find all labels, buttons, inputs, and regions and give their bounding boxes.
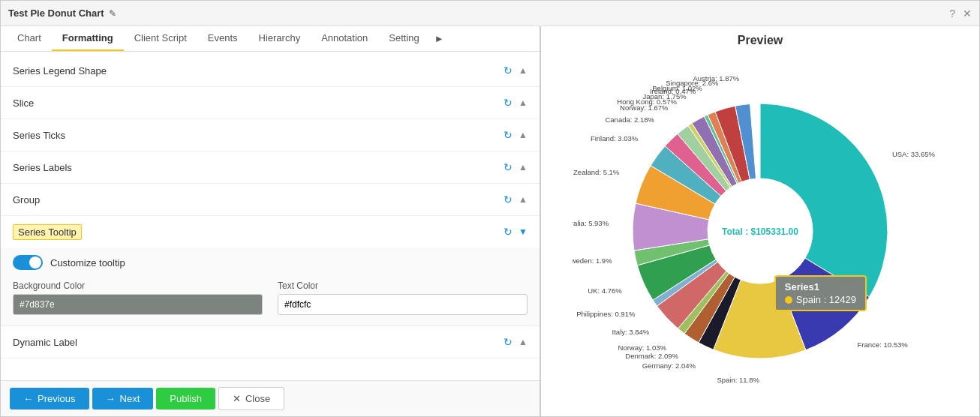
tab-chart[interactable]: Chart bbox=[7, 26, 52, 51]
next-button[interactable]: → Next bbox=[92, 388, 154, 410]
svg-text:Sweden: 1.9%: Sweden: 1.9% bbox=[573, 256, 612, 265]
bg-color-input[interactable] bbox=[13, 294, 263, 315]
refresh-icon-group[interactable]: ↻ bbox=[504, 194, 513, 206]
section-series-legend-shape: Series Legend Shape ↻ ▲ bbox=[1, 55, 540, 87]
refresh-icon-slice[interactable]: ↻ bbox=[504, 97, 513, 109]
right-panel: Preview Total : $105331.00USA: 33.65%Fra… bbox=[541, 26, 979, 416]
section-group-actions: ↻ ▲ bbox=[504, 194, 528, 206]
refresh-icon-labels[interactable]: ↻ bbox=[504, 161, 513, 173]
section-slice-actions: ↻ ▲ bbox=[504, 97, 528, 109]
tab-formatting[interactable]: Formatting bbox=[52, 26, 124, 51]
text-color-label: Text Color bbox=[278, 280, 528, 291]
refresh-icon-ticks[interactable]: ↻ bbox=[504, 129, 513, 141]
donut-chart-svg: Total : $105331.00USA: 33.65%France: 10.… bbox=[573, 70, 948, 392]
text-color-input[interactable] bbox=[278, 294, 528, 315]
publish-label: Publish bbox=[170, 393, 202, 404]
svg-text:Italy: 3.84%: Italy: 3.84% bbox=[612, 328, 650, 336]
series-tooltip-content: Customize tooltip Background Color Text … bbox=[1, 248, 540, 326]
title-bar: Test Pie Donut Chart ✎ ? ✕ bbox=[1, 1, 979, 26]
section-slice: Slice ↻ ▲ bbox=[1, 87, 540, 119]
svg-text:UK: 4.76%: UK: 4.76% bbox=[588, 286, 622, 295]
bottom-bar: ← Previous → Next Publish ✕ Close bbox=[1, 380, 540, 416]
section-series-ticks-title: Series Ticks bbox=[13, 130, 65, 141]
tab-setting[interactable]: Setting bbox=[378, 26, 429, 51]
svg-text:Spain: 11.8%: Spain: 11.8% bbox=[717, 376, 759, 384]
section-series-legend-shape-header[interactable]: Series Legend Shape ↻ ▲ bbox=[1, 55, 540, 86]
chevron-up-icon-dynamic[interactable]: ▲ bbox=[519, 337, 528, 347]
tab-events[interactable]: Events bbox=[197, 26, 248, 51]
section-group: Group ↻ ▲ bbox=[1, 184, 540, 216]
refresh-icon-tooltip[interactable]: ↻ bbox=[504, 226, 513, 238]
customize-tooltip-toggle[interactable] bbox=[13, 255, 43, 270]
section-slice-header[interactable]: Slice ↻ ▲ bbox=[1, 87, 540, 118]
title-bar-right: ? ✕ bbox=[949, 8, 972, 20]
section-group-header[interactable]: Group ↻ ▲ bbox=[1, 184, 540, 215]
chevron-up-icon-labels[interactable]: ▲ bbox=[519, 162, 528, 172]
edit-icon[interactable]: ✎ bbox=[109, 8, 116, 19]
tab-hierarchy[interactable]: Hierarchy bbox=[248, 26, 311, 51]
section-series-legend-shape-title: Series Legend Shape bbox=[13, 65, 107, 76]
window: Test Pie Donut Chart ✎ ? ✕ Chart Formatt… bbox=[0, 0, 980, 417]
svg-text:Denmark: 2.09%: Denmark: 2.09% bbox=[625, 352, 678, 360]
close-label: Close bbox=[245, 393, 270, 404]
svg-text:Germany: 2.04%: Germany: 2.04% bbox=[642, 362, 696, 370]
customize-tooltip-label: Customize tooltip bbox=[50, 257, 125, 268]
sections-list: Series Legend Shape ↻ ▲ Slice bbox=[1, 52, 540, 380]
left-panel: Chart Formatting Client Script Events Hi… bbox=[1, 26, 541, 416]
svg-text:Canada: 2.18%: Canada: 2.18% bbox=[605, 116, 654, 124]
refresh-icon-dynamic[interactable]: ↻ bbox=[504, 336, 513, 348]
close-x-icon: ✕ bbox=[233, 393, 241, 404]
tab-more-icon[interactable]: ► bbox=[430, 26, 449, 51]
svg-text:Total : $105331.00: Total : $105331.00 bbox=[722, 226, 798, 237]
preview-title: Preview bbox=[556, 34, 964, 47]
tabs-bar: Chart Formatting Client Script Events Hi… bbox=[1, 26, 540, 52]
section-series-labels-title: Series Labels bbox=[13, 162, 72, 173]
close-button[interactable]: ✕ Close bbox=[218, 387, 284, 410]
next-label: Next bbox=[120, 393, 140, 404]
refresh-icon[interactable]: ↻ bbox=[504, 64, 513, 76]
svg-text:USA: 33.65%: USA: 33.65% bbox=[892, 150, 936, 158]
customize-tooltip-row: Customize tooltip bbox=[13, 255, 528, 270]
tab-annotation[interactable]: Annotation bbox=[311, 26, 378, 51]
svg-text:Norway: 1.03%: Norway: 1.03% bbox=[618, 344, 667, 352]
bg-color-label: Background Color bbox=[13, 280, 263, 291]
section-series-tooltip-title: Series Tooltip bbox=[13, 224, 82, 240]
next-arrow-icon: → bbox=[106, 393, 116, 404]
chevron-down-icon-tooltip[interactable]: ▼ bbox=[519, 226, 528, 237]
help-icon[interactable]: ? bbox=[949, 8, 955, 20]
bg-color-field: Background Color bbox=[13, 280, 263, 315]
section-series-ticks-actions: ↻ ▲ bbox=[504, 129, 528, 141]
section-series-tooltip-header[interactable]: Series Tooltip ↻ ▼ bbox=[1, 216, 540, 248]
publish-button[interactable]: Publish bbox=[156, 388, 215, 410]
section-group-title: Group bbox=[13, 194, 40, 206]
chevron-up-icon-slice[interactable]: ▲ bbox=[519, 98, 528, 108]
chevron-up-icon-group[interactable]: ▲ bbox=[519, 194, 528, 205]
chevron-up-icon-ticks[interactable]: ▲ bbox=[519, 130, 528, 140]
svg-text:Australia: 5.93%: Australia: 5.93% bbox=[573, 219, 609, 227]
tab-client-script[interactable]: Client Script bbox=[124, 26, 197, 51]
section-series-tooltip: Series Tooltip ↻ ▼ bbox=[1, 216, 540, 326]
svg-text:Austria: 1.87%: Austria: 1.87% bbox=[693, 74, 739, 82]
main-content: Chart Formatting Client Script Events Hi… bbox=[1, 26, 979, 416]
svg-text:Finland: 3.03%: Finland: 3.03% bbox=[591, 134, 639, 142]
window-close-icon[interactable]: ✕ bbox=[963, 8, 972, 20]
prev-arrow-icon: ← bbox=[23, 393, 33, 404]
section-slice-title: Slice bbox=[13, 98, 34, 109]
text-color-field: Text Color bbox=[278, 280, 528, 315]
title-bar-left: Test Pie Donut Chart ✎ bbox=[8, 8, 116, 19]
section-dynamic-label-actions: ↻ ▲ bbox=[504, 336, 528, 348]
section-dynamic-label-header[interactable]: Dynamic Label ↻ ▲ bbox=[1, 326, 540, 358]
svg-text:New Zealand: 5.1%: New Zealand: 5.1% bbox=[573, 168, 620, 176]
toggle-slider bbox=[13, 255, 43, 270]
section-dynamic-label: Dynamic Label ↻ ▲ bbox=[1, 326, 540, 358]
previous-button[interactable]: ← Previous bbox=[10, 388, 89, 410]
chevron-up-icon[interactable]: ▲ bbox=[519, 65, 528, 76]
section-series-ticks-header[interactable]: Series Ticks ↻ ▲ bbox=[1, 119, 540, 151]
section-series-ticks: Series Ticks ↻ ▲ bbox=[1, 119, 540, 152]
previous-label: Previous bbox=[38, 393, 76, 404]
section-series-labels-header[interactable]: Series Labels ↻ ▲ bbox=[1, 152, 540, 183]
section-dynamic-label-title: Dynamic Label bbox=[13, 337, 77, 348]
window-title: Test Pie Donut Chart bbox=[8, 8, 104, 19]
section-series-legend-shape-actions: ↻ ▲ bbox=[504, 64, 528, 76]
section-series-tooltip-actions: ↻ ▼ bbox=[504, 226, 528, 238]
